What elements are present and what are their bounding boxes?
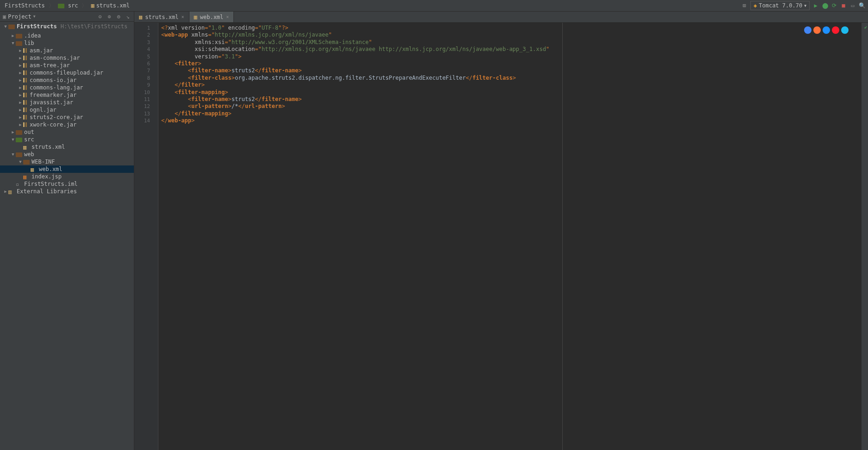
code-line[interactable]: <?xml version="1.0" encoding="UTF-8"?>: [161, 25, 859, 32]
tree-item-label: asm-tree.jar: [30, 62, 70, 69]
code-line[interactable]: </web-app>: [161, 117, 859, 124]
collapse-all-icon[interactable]: ⊖: [97, 13, 103, 20]
code-line[interactable]: <url-pattern>/*</url-pattern>: [161, 103, 859, 110]
code-line[interactable]: </filter>: [161, 82, 859, 89]
debug-button[interactable]: ⬤: [822, 2, 828, 9]
expand-arrow-icon[interactable]: [18, 122, 23, 127]
code-area[interactable]: <?xml version="1.0" encoding="UTF-8"?><w…: [158, 23, 862, 450]
expand-arrow-icon[interactable]: [18, 107, 23, 113]
ie-icon[interactable]: [841, 26, 849, 34]
opera-icon[interactable]: [832, 26, 839, 34]
expand-arrow-icon[interactable]: [10, 33, 16, 38]
safari-icon[interactable]: [823, 26, 830, 34]
expand-arrow-icon[interactable]: [18, 85, 23, 90]
tree-item-label: src: [24, 136, 34, 143]
tree-node-index-jsp[interactable]: ▦index.jsp: [0, 173, 134, 180]
expand-arrow-icon[interactable]: [18, 55, 23, 61]
line-number: 5: [134, 53, 150, 60]
expand-arrow-icon[interactable]: [18, 114, 23, 120]
tree-node-jar[interactable]: asm-tree.jar: [0, 62, 134, 69]
code-line[interactable]: <filter-name>struts2</filter-name>: [161, 67, 859, 74]
run-config-selector[interactable]: ◈ Tomcat 7.0.70 ▼: [750, 1, 810, 10]
hide-icon[interactable]: ↘: [125, 13, 131, 20]
code-line[interactable]: xmlns:xsi="http://www.w3.org/2001/XMLSch…: [161, 39, 859, 46]
line-number: 8: [134, 75, 150, 82]
tree-node-lib[interactable]: lib: [0, 39, 134, 47]
chrome-icon[interactable]: [804, 26, 811, 34]
analysis-ok-icon[interactable]: ✔: [864, 25, 867, 30]
breadcrumb-src[interactable]: src: [56, 1, 80, 10]
firefox-icon[interactable]: [813, 26, 821, 34]
expand-arrow-icon[interactable]: [10, 137, 16, 142]
gear-icon[interactable]: ⚙: [115, 13, 122, 20]
tree-node-jar[interactable]: commons-io.jar: [0, 76, 134, 84]
code-line[interactable]: <filter-name>struts2</filter-name>: [161, 96, 859, 103]
tree-node-struts-xml[interactable]: ▦struts.xml: [0, 143, 134, 151]
code-line[interactable]: <filter>: [161, 60, 859, 67]
expand-arrow-icon[interactable]: [18, 159, 23, 165]
layout-button[interactable]: ▭: [849, 2, 856, 9]
expand-arrow-icon[interactable]: [18, 63, 23, 68]
search-button[interactable]: 🔍: [859, 2, 865, 9]
tree-node-src[interactable]: src: [0, 136, 134, 143]
editor-tab[interactable]: ▦struts.xml×: [134, 12, 189, 22]
code-line[interactable]: <filter-class>org.apache.struts2.dispatc…: [161, 75, 859, 82]
expand-arrow-icon[interactable]: [18, 92, 23, 98]
file-icon: ▫: [16, 181, 22, 187]
tree-node-jar[interactable]: asm.jar: [0, 47, 134, 54]
target-icon[interactable]: ⊕: [106, 13, 113, 20]
tree-node-jar[interactable]: javassist.jar: [0, 99, 134, 106]
fold-bar[interactable]: [153, 23, 158, 450]
project-root-row[interactable]: FirstStructs H:\test\FirstStructs: [0, 22, 134, 31]
tree-node-out[interactable]: out: [0, 128, 134, 136]
sidebar-title-label: Project: [8, 13, 31, 20]
tree-node-external-libraries[interactable]: ▥External Libraries: [0, 188, 134, 195]
expand-arrow-icon[interactable]: [18, 48, 23, 53]
code-line[interactable]: <web-app xmlns="http://xmlns.jcp.org/xml…: [161, 32, 859, 38]
line-number: 11: [134, 96, 150, 103]
sidebar-title[interactable]: ▣ Project ▼: [3, 13, 36, 20]
code-line[interactable]: <filter-mapping>: [161, 89, 859, 96]
tree-node-jar[interactable]: freemarker.jar: [0, 91, 134, 99]
editor-tab[interactable]: ▦web.xml×: [189, 12, 234, 22]
breadcrumb-root[interactable]: FirstStructs: [3, 1, 47, 10]
expand-arrow-icon[interactable]: [10, 152, 16, 157]
tree-node-jar[interactable]: asm-commons.jar: [0, 54, 134, 62]
close-icon[interactable]: ×: [226, 14, 229, 19]
line-number-gutter: 1234567891011121314: [134, 23, 153, 450]
expand-arrow-icon[interactable]: [18, 100, 23, 105]
line-number: 12: [134, 103, 150, 110]
line-number: 6: [134, 60, 150, 67]
code-line[interactable]: </filter-mapping>: [161, 110, 859, 117]
expand-arrow-icon[interactable]: [18, 77, 23, 83]
expand-arrow-icon[interactable]: [10, 129, 16, 135]
code-line[interactable]: version="3.1">: [161, 53, 859, 60]
structure-icon[interactable]: ⊞: [741, 2, 748, 9]
tree-node-jar[interactable]: xwork-core.jar: [0, 121, 134, 128]
right-gutter: ✔: [862, 23, 868, 450]
tree-node-iml[interactable]: ▫FirstStructs.iml: [0, 180, 134, 188]
tree-node-web[interactable]: web: [0, 151, 134, 158]
expand-arrow-icon[interactable]: [10, 40, 16, 46]
expand-arrow-icon[interactable]: [3, 189, 8, 194]
expand-arrow-icon[interactable]: [3, 24, 8, 29]
code-line[interactable]: xsi:schemaLocation="http://xmlns.jcp.org…: [161, 46, 859, 53]
project-sidebar: ▣ Project ▼ ⊖ ⊕ ⚙ ↘ FirstStructs H:\test…: [0, 12, 134, 450]
tree-node-jar[interactable]: ognl.jar: [0, 106, 134, 114]
close-icon[interactable]: ×: [181, 14, 184, 19]
breadcrumb-file[interactable]: ▦struts.xml: [89, 1, 131, 10]
tree-node-web-xml[interactable]: ▦web.xml: [0, 165, 134, 173]
tree-node-webinf[interactable]: WEB-INF: [0, 158, 134, 165]
browser-bar: [803, 25, 849, 35]
tree-node-jar[interactable]: struts2-core.jar: [0, 114, 134, 121]
tree-node-idea[interactable]: .idea: [0, 32, 134, 39]
editor[interactable]: 1234567891011121314 <?xml version="1.0" …: [134, 23, 868, 450]
rerun-button[interactable]: ⟳: [831, 2, 837, 9]
arrow-spacer: [18, 144, 23, 150]
stop-button[interactable]: ■: [840, 2, 847, 9]
folder-icon: [58, 4, 64, 8]
tree-node-jar[interactable]: commons-lang.jar: [0, 84, 134, 91]
expand-arrow-icon[interactable]: [18, 70, 23, 76]
run-button[interactable]: ▶: [812, 2, 819, 9]
tree-node-jar[interactable]: commons-fileupload.jar: [0, 69, 134, 76]
